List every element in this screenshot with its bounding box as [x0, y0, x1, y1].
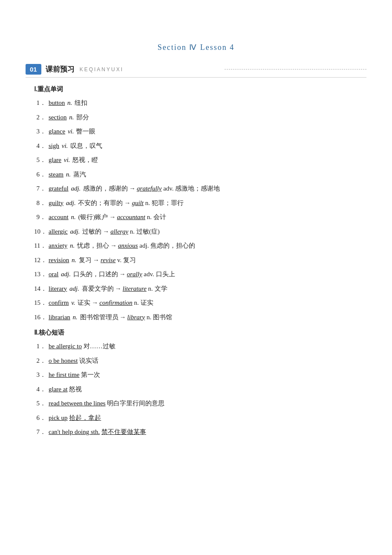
- vocab-meaning: 喜爱文学的: [82, 285, 114, 292]
- vocab-meaning: 证实: [78, 299, 90, 306]
- vocab-item: 13．oral adj. 口头的，口述的→orally adv. 口头上: [34, 269, 366, 280]
- vocab-num: 8．: [34, 198, 46, 209]
- sub-section-vocab-title: Ⅰ.重点单词: [34, 85, 366, 93]
- phrase-meaning: 明白字里行间的意思: [107, 400, 164, 407]
- vocab-derived-word: guilt: [132, 199, 144, 206]
- section-divider: [225, 69, 366, 69]
- phrase-word: read between the lines: [49, 400, 106, 407]
- vocab-item: 12．revision n. 复习→revise v. 复习: [34, 255, 366, 266]
- vocab-derived-meaning: n. 犯罪；罪行: [145, 199, 184, 206]
- vocab-word: anxiety: [49, 242, 67, 249]
- vocab-num: 7．: [34, 183, 46, 194]
- vocab-num: 11．: [34, 240, 46, 251]
- phrase-num: 2．: [34, 356, 46, 367]
- vocab-item: 6．steam n. 蒸汽: [34, 169, 366, 180]
- vocab-list: 1．button n. 纽扣2．section n. 部分3．glance vi…: [26, 98, 366, 323]
- vocab-derived-word: accountant: [117, 214, 145, 220]
- phrase-item: 7．can't help doing sth. 禁不住要做某事: [34, 427, 366, 438]
- vocab-derived-meaning: v. 复习: [117, 257, 136, 263]
- phrase-meaning: 对……过敏: [84, 343, 115, 350]
- section-title-pinyin: KEQIANYUXI: [80, 66, 222, 72]
- vocab-derived-word: allergy: [110, 228, 128, 235]
- arrow-icon: →: [129, 185, 135, 192]
- vocab-meaning: 纽扣: [75, 99, 87, 106]
- phrase-meaning: 说实话: [79, 357, 98, 364]
- vocab-num: 13．: [34, 269, 46, 280]
- phrase-item: 2．o be honest 说实话: [34, 356, 366, 367]
- arrow-icon: →: [109, 214, 115, 220]
- phrase-item: 1．be allergic to 对……过敏: [34, 341, 366, 352]
- vocab-item: 4．sigh vi. 叹息，叹气: [34, 141, 366, 152]
- vocab-word: revision: [49, 257, 69, 263]
- vocab-word: confirm: [49, 299, 69, 306]
- phrase-num: 7．: [34, 427, 46, 438]
- arrow-icon: →: [93, 257, 99, 263]
- vocab-meaning: 不安的；有罪的: [78, 199, 123, 206]
- vocab-derived-word: orally: [127, 271, 142, 278]
- vocab-item: 1．button n. 纽扣: [34, 98, 366, 109]
- vocab-pos: v.: [71, 299, 75, 306]
- vocab-word: button: [49, 99, 65, 106]
- vocab-pos: n.: [70, 242, 75, 249]
- vocab-meaning: 蒸汽: [73, 171, 86, 178]
- arrow-icon: →: [124, 199, 130, 206]
- vocab-word: allergic: [49, 228, 68, 235]
- vocab-word: guilty: [49, 199, 63, 206]
- vocab-pos: n.: [66, 171, 71, 178]
- vocab-pos: vi.: [68, 128, 74, 135]
- vocab-pos: adj.: [70, 228, 80, 235]
- vocab-meaning: 部分: [76, 114, 89, 121]
- vocab-meaning: 过敏的: [82, 228, 101, 235]
- phrase-num: 1．: [34, 341, 46, 352]
- vocab-derived-word: library: [127, 314, 145, 321]
- arrow-icon: →: [119, 271, 126, 278]
- vocab-derived-word: gratefully: [137, 185, 161, 192]
- arrow-icon: →: [103, 228, 109, 235]
- vocab-derived-meaning: n. 会计: [147, 214, 166, 220]
- vocab-derived-meaning: adv. 口头上: [144, 271, 175, 278]
- vocab-pos: adj.: [61, 271, 71, 278]
- vocab-pos: n.: [73, 314, 78, 321]
- vocab-meaning: 口头的，口述的: [73, 271, 118, 278]
- vocab-num: 4．: [34, 141, 46, 152]
- phrase-word: be allergic to: [49, 343, 82, 350]
- vocab-meaning: 忧虑，担心: [77, 242, 109, 249]
- vocab-derived-word: anxious: [118, 242, 138, 249]
- vocab-num: 16．: [34, 312, 46, 323]
- arrow-icon: →: [120, 314, 126, 321]
- vocab-meaning: 怒视，瞪: [72, 156, 98, 163]
- phrase-meaning: 怒视: [69, 386, 82, 393]
- vocab-derived-meaning: adv. 感激地；感谢地: [163, 185, 220, 192]
- phrase-num: 5．: [34, 398, 46, 409]
- vocab-pos: n.: [72, 257, 76, 263]
- section-badge: 01: [26, 64, 41, 75]
- vocab-derived-meaning: n. 文学: [148, 285, 167, 292]
- vocab-item: 11．anxiety n. 忧虑，担心→anxious adj. 焦虑的，担心的: [34, 240, 366, 251]
- sub-section-phrase-title: Ⅱ.核心短语: [34, 329, 366, 337]
- phrase-item: 5．read between the lines 明白字里行间的意思: [34, 398, 366, 409]
- vocab-item: 2．section n. 部分: [34, 112, 366, 123]
- vocab-word: account: [49, 214, 69, 220]
- vocab-meaning: 瞥一眼: [76, 128, 95, 135]
- vocab-num: 6．: [34, 169, 46, 180]
- phrase-num: 4．: [34, 384, 46, 395]
- vocab-meaning: 感激的，感谢的: [83, 185, 128, 192]
- vocab-pos: n.: [67, 99, 72, 106]
- section-header: 01 课前预习 KEQIANYUXI: [26, 64, 366, 78]
- vocab-item: 7．grateful adj. 感激的，感谢的→gratefully adv. …: [34, 183, 366, 194]
- vocab-meaning: (银行)账户: [78, 214, 108, 220]
- vocab-item: 9．account n. (银行)账户→accountant n. 会计: [34, 212, 366, 223]
- phrase-word: he first time: [49, 371, 79, 378]
- vocab-pos: adj.: [66, 199, 76, 206]
- vocab-derived-meaning: n. 证实: [134, 299, 153, 306]
- vocab-pos: adj.: [69, 285, 79, 292]
- phrase-meaning: 禁不住要做某事: [101, 428, 146, 435]
- vocab-meaning: 叹息，叹气: [70, 142, 102, 149]
- vocab-derived-meaning: n. 图书馆: [147, 314, 172, 321]
- vocab-item: 15．confirm v. 证实→confirmation n. 证实: [34, 298, 366, 309]
- phrase-word: can't help doing sth.: [49, 428, 100, 435]
- phrase-word: glare at: [49, 386, 68, 393]
- phrase-list: 1．be allergic to 对……过敏2．o be honest 说实话3…: [26, 341, 366, 438]
- vocab-pos: vi.: [62, 142, 68, 149]
- vocab-word: oral: [49, 271, 58, 278]
